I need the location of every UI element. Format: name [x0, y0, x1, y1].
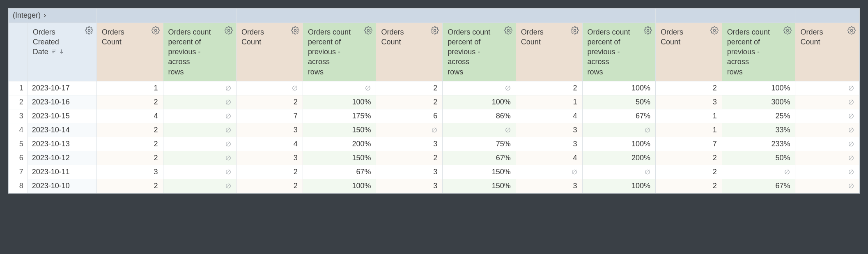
cell-orders-count-pct[interactable]: 100%: [443, 95, 516, 109]
cell-orders-count[interactable]: 4: [516, 151, 582, 165]
cell-orders-count[interactable]: 6: [376, 109, 443, 123]
cell-orders-count-pct[interactable]: 33%: [722, 123, 795, 137]
cell-orders-count-pct[interactable]: 175%: [303, 109, 376, 123]
cell-orders-count[interactable]: 3: [237, 123, 303, 137]
cell-orders-count[interactable]: ∅: [795, 81, 859, 95]
column-header-orders-count-pct-prev[interactable]: Orders countpercent ofprevious -acrossro…: [443, 23, 516, 81]
cell-orders-count-pct[interactable]: 300%: [722, 95, 795, 109]
cell-orders-count[interactable]: ∅: [795, 123, 859, 137]
cell-orders-count-pct[interactable]: 50%: [582, 95, 656, 109]
cell-orders-count[interactable]: 2: [96, 123, 163, 137]
gear-icon[interactable]: [783, 26, 792, 35]
cell-orders-count[interactable]: 3: [376, 179, 443, 193]
cell-created-date[interactable]: 2023-10-17: [28, 81, 96, 95]
cell-orders-count-pct[interactable]: 200%: [582, 151, 656, 165]
cell-orders-count[interactable]: 2: [237, 95, 303, 109]
group-header-blank[interactable]: [237, 9, 376, 23]
cell-orders-count[interactable]: 3: [376, 137, 443, 151]
cell-orders-count[interactable]: 2: [237, 165, 303, 179]
gear-icon[interactable]: [364, 26, 372, 35]
column-header-orders-count-pct-prev[interactable]: Orders countpercent ofprevious -acrossro…: [722, 23, 795, 81]
cell-orders-count[interactable]: 3: [656, 95, 722, 109]
cell-orders-count-pct[interactable]: ∅: [163, 137, 237, 151]
gear-icon[interactable]: [431, 26, 439, 35]
cell-orders-count[interactable]: 2: [376, 95, 443, 109]
cell-orders-count[interactable]: 2: [96, 151, 163, 165]
cell-orders-count[interactable]: 2: [656, 165, 722, 179]
cell-orders-count[interactable]: 3: [96, 165, 163, 179]
column-header-orders-count[interactable]: OrdersCount: [656, 23, 722, 81]
cell-orders-count[interactable]: 7: [237, 109, 303, 123]
cell-orders-count[interactable]: ∅: [795, 151, 859, 165]
cell-orders-count-pct[interactable]: ∅: [582, 123, 656, 137]
cell-orders-count[interactable]: ∅: [795, 109, 859, 123]
cell-orders-count[interactable]: ∅: [237, 81, 303, 95]
cell-orders-count-pct[interactable]: ∅: [582, 165, 656, 179]
cell-orders-count[interactable]: 4: [516, 109, 582, 123]
cell-orders-count[interactable]: 4: [96, 109, 163, 123]
column-header-orders-count-pct-prev[interactable]: Orders countpercent ofprevious -acrossro…: [303, 23, 376, 81]
cell-orders-count[interactable]: 4: [237, 137, 303, 151]
cell-orders-count[interactable]: ∅: [516, 165, 582, 179]
cell-orders-count-pct[interactable]: ∅: [163, 109, 237, 123]
cell-orders-count-pct[interactable]: ∅: [163, 123, 237, 137]
cell-orders-count[interactable]: ∅: [795, 137, 859, 151]
cell-orders-count[interactable]: ∅: [376, 123, 443, 137]
cell-orders-count[interactable]: 2: [96, 179, 163, 193]
cell-created-date[interactable]: 2023-10-13: [28, 137, 96, 151]
cell-created-date[interactable]: 2023-10-15: [28, 109, 96, 123]
cell-orders-count-pct[interactable]: 100%: [582, 81, 656, 95]
cell-orders-count[interactable]: 3: [516, 137, 582, 151]
cell-orders-count-pct[interactable]: 67%: [303, 165, 376, 179]
cell-orders-count[interactable]: 1: [656, 123, 722, 137]
group-header-blank[interactable]: [656, 9, 795, 23]
cell-created-date[interactable]: 2023-10-12: [28, 151, 96, 165]
cell-orders-count-pct[interactable]: 100%: [303, 95, 376, 109]
cell-orders-count-pct[interactable]: ∅: [163, 95, 237, 109]
cell-orders-count-pct[interactable]: 86%: [443, 109, 516, 123]
cell-orders-count[interactable]: 2: [96, 137, 163, 151]
group-header-blank[interactable]: [376, 9, 516, 23]
group-header-blank[interactable]: [96, 9, 236, 23]
cell-orders-count-pct[interactable]: 200%: [303, 137, 376, 151]
cell-orders-count-pct[interactable]: 25%: [722, 109, 795, 123]
cell-orders-count[interactable]: 2: [516, 81, 582, 95]
cell-orders-count-pct[interactable]: 50%: [722, 151, 795, 165]
cell-orders-count[interactable]: ∅: [795, 179, 859, 193]
cell-created-date[interactable]: 2023-10-14: [28, 123, 96, 137]
cell-orders-count-pct[interactable]: 100%: [303, 179, 376, 193]
gear-icon[interactable]: [504, 26, 512, 35]
cell-orders-count-pct[interactable]: 100%: [722, 81, 795, 95]
cell-orders-count[interactable]: 1: [96, 81, 163, 95]
column-header-orders-count[interactable]: OrdersCount: [96, 23, 163, 81]
cell-created-date[interactable]: 2023-10-10: [28, 179, 96, 193]
cell-orders-count[interactable]: ∅: [795, 95, 859, 109]
gear-icon[interactable]: [847, 26, 856, 35]
cell-orders-count-pct[interactable]: 150%: [303, 123, 376, 137]
cell-created-date[interactable]: 2023-10-16: [28, 95, 96, 109]
cell-orders-count[interactable]: 3: [376, 165, 443, 179]
cell-orders-count[interactable]: 2: [96, 95, 163, 109]
group-header-blank[interactable]: [516, 9, 655, 23]
cell-orders-count-pct[interactable]: 233%: [722, 137, 795, 151]
cell-orders-count[interactable]: 1: [656, 109, 722, 123]
cell-created-date[interactable]: 2023-10-11: [28, 165, 96, 179]
gear-icon[interactable]: [710, 26, 719, 35]
cell-orders-count-pct[interactable]: ∅: [443, 123, 516, 137]
cell-orders-count-pct[interactable]: ∅: [722, 165, 795, 179]
cell-orders-count-pct[interactable]: 67%: [722, 179, 795, 193]
column-header-orders-count-pct-prev[interactable]: Orders countpercent ofprevious -acrossro…: [163, 23, 237, 81]
cell-orders-count[interactable]: 2: [656, 151, 722, 165]
gear-icon[interactable]: [644, 26, 652, 35]
cell-orders-count[interactable]: 2: [237, 179, 303, 193]
cell-orders-count-pct[interactable]: 150%: [443, 165, 516, 179]
cell-orders-count-pct[interactable]: ∅: [443, 81, 516, 95]
gear-icon[interactable]: [85, 26, 93, 35]
cell-orders-count-pct[interactable]: 67%: [582, 109, 656, 123]
column-header-orders-count[interactable]: OrdersCount: [795, 23, 859, 81]
cell-orders-count[interactable]: 3: [516, 123, 582, 137]
cell-orders-count[interactable]: 2: [656, 81, 722, 95]
cell-orders-count-pct[interactable]: 150%: [303, 151, 376, 165]
column-header-created-date[interactable]: OrdersCreatedDate: [28, 23, 96, 81]
column-header-orders-count-pct-prev[interactable]: Orders countpercent ofprevious -acrossro…: [582, 23, 656, 81]
